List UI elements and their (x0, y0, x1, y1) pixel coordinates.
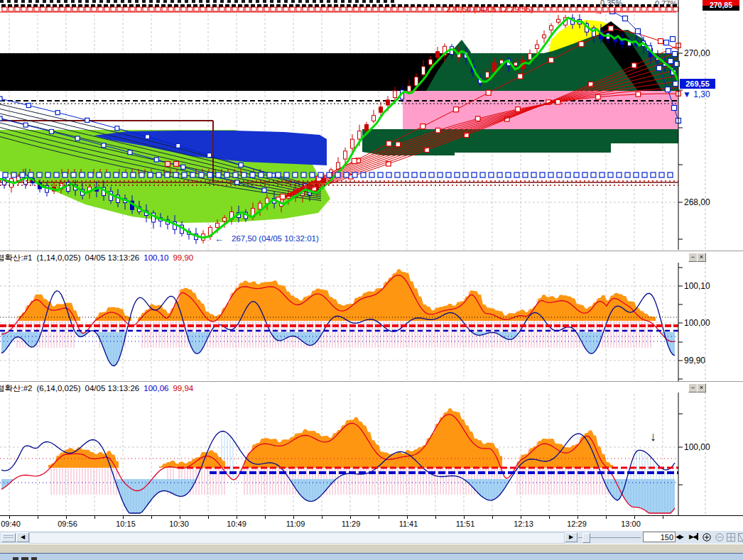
time-axis-tick (94, 516, 95, 519)
go-to-end-icon[interactable]: ▶◀ (689, 533, 698, 540)
time-axis-tick (521, 516, 521, 519)
time-axis-label: 09:40 (1, 520, 21, 528)
status-bar (0, 544, 743, 554)
pan-left-button[interactable]: ◀ (16, 532, 29, 542)
oscillator1-blue-value: 100,10 (143, 253, 168, 262)
time-axis-label: 11:09 (286, 520, 305, 528)
time-axis-tick (322, 516, 322, 519)
oscillator-axis-label: 99,90 (684, 356, 705, 366)
time-axis-tick (66, 516, 67, 519)
oscillator1-close-button[interactable]: × (697, 253, 706, 262)
time-axis-tick (293, 516, 294, 519)
resize-grip[interactable] (1, 533, 16, 542)
time-axis-label: 11:41 (399, 520, 418, 528)
time-axis-label: 10:49 (227, 520, 246, 528)
time-axis-tick (237, 516, 237, 519)
time-axis-tick (663, 516, 663, 519)
chart-scroll-toolbar: ◀ ▶ ◀▶ ▶◀ (0, 531, 743, 544)
time-axis-tick (379, 516, 379, 519)
time-axis-tick (180, 516, 180, 519)
oscillator-axis-label: 100,00 (684, 318, 710, 328)
price-change-label: ▼ 1,30 (683, 89, 710, 99)
pan-right-button[interactable]: ▶ (565, 532, 577, 542)
zoom-slider-handle[interactable] (582, 533, 590, 543)
last-price-box: 269,55 (680, 79, 715, 89)
oscillator2-blue-value: 100,06 (143, 384, 168, 392)
time-axis-tick (350, 516, 351, 519)
price-axis-label: 268,00 (684, 197, 710, 207)
oscillator1-red-value: 99,90 (173, 253, 193, 262)
time-axis-tick (9, 516, 10, 519)
oscillator1-name: 렴확산:#1 (0, 253, 33, 262)
signal-down-arrow-icon: ↓ (650, 429, 656, 444)
time-axis-tick (265, 516, 266, 519)
price-chart-canvas[interactable] (0, 0, 743, 251)
oscillator1-params: (1,14,0,025) (37, 253, 81, 262)
oscillator2-red-value: 99,94 (173, 384, 193, 392)
clipped-toolbar-icon[interactable] (737, 532, 743, 542)
bar-count-input[interactable] (643, 532, 676, 542)
clipped-window-fragment (13, 557, 18, 560)
time-axis-label: 10:30 (169, 520, 189, 528)
oscillator-axis-label: 100,00 (684, 442, 710, 452)
time-axis-tick (549, 516, 550, 519)
time-axis-tick (606, 516, 607, 519)
low-arrow-icon: ← (215, 234, 224, 244)
time-axis-tick (123, 516, 124, 519)
scroll-track[interactable] (29, 532, 565, 544)
time-axis-label: 11:29 (342, 520, 361, 528)
oscillator1-header: 렴확산:#1(1,14,0,025)04/05 13:13:26100,1099… (0, 251, 743, 263)
time-axis-tick (492, 516, 493, 519)
time-axis-tick (407, 516, 408, 519)
zoom-in-icon[interactable] (702, 532, 712, 542)
oscillator1-datetime: 04/05 13:13:26 (85, 253, 140, 262)
time-axis-tick (634, 516, 635, 519)
time-axis-tick (208, 516, 209, 519)
time-axis-label: 09:56 (58, 520, 77, 528)
high-arrow-icon: → (594, 6, 603, 17)
clipped-window-strip (0, 553, 743, 560)
time-axis-label: 11:51 (456, 520, 475, 528)
time-axis-label: 13:00 (621, 520, 641, 528)
clipped-window-fragment (31, 557, 37, 560)
oscillator2-canvas[interactable] (0, 392, 743, 515)
time-axis-tick (435, 516, 436, 519)
time-axis-label: 12:13 (514, 520, 533, 528)
oscillator1-title: 렴확산:#1(1,14,0,025)04/05 13:13:26100,1099… (0, 253, 193, 263)
time-axis-label: 12:29 (567, 520, 587, 528)
oscillator1-canvas[interactable] (0, 263, 743, 381)
time-axis-tick (577, 516, 578, 519)
oscillator-axis-label: 100,10 (684, 281, 710, 291)
grid-toggle-icon[interactable] (726, 532, 736, 542)
high-annotation: 270,50 (04/05 12:29:55) (446, 5, 533, 13)
time-axis-tick (38, 516, 38, 519)
zoom-out-icon[interactable] (715, 532, 725, 542)
oscillator2-params: (6,14,0,025) (37, 384, 81, 392)
oscillator2-close-button[interactable]: × (697, 383, 706, 392)
trading-chart-window: 0,35% 0,77% 270,50 (04/05 12:29:55) → ← … (0, 0, 743, 560)
price-axis-label: 270,00 (684, 48, 710, 58)
time-axis: 09:4009:5610:1510:3010:4911:0911:2911:41… (0, 515, 743, 532)
clipped-window-fragment (21, 557, 28, 560)
zoom-range-icon[interactable]: ◀▶ (676, 533, 683, 540)
time-axis-tick (151, 516, 152, 519)
time-axis-tick (464, 516, 465, 519)
time-axis-label: 10:15 (116, 520, 136, 528)
prev-close-price-box: 270,85 (703, 0, 739, 11)
zoom-slider[interactable] (578, 532, 641, 542)
oscillator2-name: 렴확산:#2 (0, 384, 33, 392)
low-annotation: 267,50 (04/05 10:32:01) (232, 234, 319, 243)
oscillator2-datetime: 04/05 13:13:26 (85, 384, 140, 392)
